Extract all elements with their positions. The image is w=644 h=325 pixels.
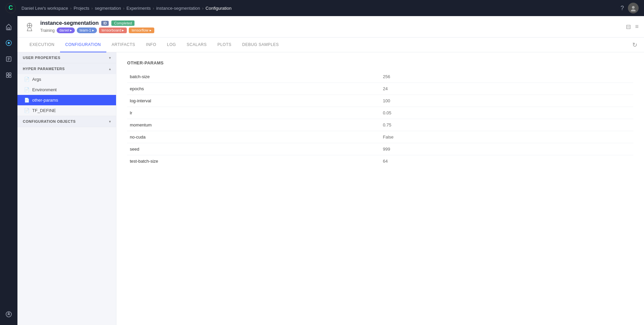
section-config-objects: CONFIGURATION OBJECTS ▾ <box>17 116 116 127</box>
config-objects-label: CONFIGURATION OBJECTS <box>23 119 76 123</box>
param-value: 0.75 <box>380 119 634 131</box>
tag-daniel[interactable]: daniel ▸ <box>57 28 75 33</box>
svg-rect-4 <box>8 28 10 30</box>
breadcrumb-segmentation[interactable]: segmentation <box>95 6 121 11</box>
param-key: lr <box>127 107 380 119</box>
panel-item-env-label: Environment <box>32 87 57 92</box>
file-icon-env: 📄 <box>24 87 30 92</box>
panel-item-other-label: other-params <box>32 98 58 103</box>
sidebar-experiments[interactable] <box>2 36 15 50</box>
svg-point-13 <box>8 313 9 314</box>
file-icon-other: 📄 <box>24 98 30 103</box>
user-properties-label: USER PROPERTIES <box>23 56 60 60</box>
left-panel: USER PROPERTIES ▾ HYPER PARAMETERS ▴ 📄 A… <box>17 52 116 325</box>
tab-plots[interactable]: PLOTS <box>212 38 237 52</box>
experiment-name: instance-segmentation <box>40 20 99 26</box>
tab-debug-samples[interactable]: DEBUG SAMPLES <box>237 38 284 52</box>
params-table: batch-size 256 epochs 24 log-interval 10… <box>127 71 633 167</box>
hyper-params-header[interactable]: HYPER PARAMETERS ▴ <box>17 63 116 74</box>
panel-item-environment[interactable]: 📄 Environment <box>17 85 116 95</box>
panel-item-tf-define[interactable]: 📄 TF_DEFINE <box>17 105 116 116</box>
split-view-icon[interactable]: ⊟ <box>626 23 631 31</box>
params-section-title: OTHER-PARAMS <box>127 60 633 65</box>
user-properties-chevron: ▾ <box>109 56 111 60</box>
tag-team1[interactable]: team-1 ▸ <box>77 28 97 33</box>
breadcrumb-workspace[interactable]: Daniel Lew's workspace <box>21 6 68 11</box>
badge-status: Completed <box>111 20 135 26</box>
user-properties-header[interactable]: USER PROPERTIES ▾ <box>17 52 116 63</box>
panel-item-args-label: Args <box>32 77 41 82</box>
breadcrumb-sep-4: › <box>153 6 154 11</box>
split-content: USER PROPERTIES ▾ HYPER PARAMETERS ▴ 📄 A… <box>17 52 644 325</box>
sidebar-models[interactable] <box>2 52 15 66</box>
param-key: seed <box>127 143 380 155</box>
app-logo[interactable]: C <box>5 3 16 13</box>
breadcrumb-sep-2: › <box>91 6 93 11</box>
breadcrumb-experiments[interactable]: Experiments <box>126 6 151 11</box>
file-icon-args: 📄 <box>24 77 30 82</box>
config-objects-header[interactable]: CONFIGURATION OBJECTS ▾ <box>17 116 116 127</box>
help-icon[interactable]: ? <box>621 5 624 12</box>
param-key: test-batch-size <box>127 155 380 167</box>
sidebar-home[interactable] <box>2 20 15 34</box>
svg-point-2 <box>632 6 635 9</box>
experiment-header-right: ⊟ ≡ <box>626 23 639 31</box>
table-row: momentum 0.75 <box>127 119 633 131</box>
tag-tensorboard[interactable]: tensorboard ▸ <box>99 28 127 33</box>
svg-point-6 <box>8 42 10 44</box>
param-key: batch-size <box>127 71 380 83</box>
panel-item-tf-label: TF_DEFINE <box>32 108 56 113</box>
svg-rect-9 <box>9 73 11 75</box>
table-row: epochs 24 <box>127 83 633 95</box>
breadcrumb: Daniel Lew's workspace › Projects › segm… <box>21 6 621 11</box>
user-avatar[interactable] <box>628 3 639 13</box>
tag-tensorflow[interactable]: tensorflow ▸ <box>129 28 154 33</box>
breadcrumb-instance-seg[interactable]: instance-segmentation <box>156 6 200 11</box>
panel-item-args[interactable]: 📄 Args <box>17 74 116 85</box>
tab-scalars[interactable]: SCALARS <box>181 38 212 52</box>
hyper-params-label: HYPER PARAMETERS <box>23 67 65 71</box>
section-hyper-params: HYPER PARAMETERS ▴ 📄 Args 📄 Environment … <box>17 63 116 116</box>
svg-point-3 <box>631 9 636 11</box>
experiment-type: Training <box>40 28 55 33</box>
breadcrumb-projects[interactable]: Projects <box>73 6 89 11</box>
param-key: log-interval <box>127 95 380 107</box>
tab-nav: EXECUTION CONFIGURATION ARTIFACTS INFO L… <box>17 38 644 52</box>
param-key: momentum <box>127 119 380 131</box>
hyper-params-chevron: ▴ <box>109 67 111 71</box>
tab-refresh-icon[interactable]: ↻ <box>632 41 637 49</box>
experiment-header: instance-segmentation ID Completed Train… <box>17 16 644 38</box>
panel-item-other-params[interactable]: 📄 other-params <box>17 95 116 105</box>
breadcrumb-sep-1: › <box>70 6 71 11</box>
section-user-properties: USER PROPERTIES ▾ <box>17 52 116 63</box>
experiment-title-row: instance-segmentation ID Completed <box>40 20 154 26</box>
param-value: False <box>380 131 634 143</box>
top-bar: C Daniel Lew's workspace › Projects › se… <box>0 0 644 16</box>
badge-id: ID <box>101 21 109 26</box>
sidebar-github[interactable] <box>2 308 15 321</box>
sidebar-dashboard[interactable] <box>2 68 15 82</box>
table-row: batch-size 256 <box>127 71 633 83</box>
param-key: epochs <box>127 83 380 95</box>
tab-artifacts[interactable]: ARTIFACTS <box>106 38 141 52</box>
param-value: 100 <box>380 95 634 107</box>
param-value: 256 <box>380 71 634 83</box>
tab-info[interactable]: INFO <box>141 38 162 52</box>
experiment-meta: Training daniel ▸ team-1 ▸ tensorboard ▸… <box>40 28 154 33</box>
svg-rect-10 <box>6 75 8 77</box>
param-value: 64 <box>380 155 634 167</box>
param-key: no-cuda <box>127 131 380 143</box>
experiment-title-block: instance-segmentation ID Completed Train… <box>40 20 154 33</box>
content-area: instance-segmentation ID Completed Train… <box>17 16 644 325</box>
icon-sidebar <box>0 16 17 325</box>
breadcrumb-sep-5: › <box>202 6 204 11</box>
experiment-header-left: instance-segmentation ID Completed Train… <box>23 20 154 34</box>
more-options-icon[interactable]: ≡ <box>635 23 639 30</box>
main-layout: instance-segmentation ID Completed Train… <box>0 16 644 325</box>
file-icon-tf: 📄 <box>24 108 30 113</box>
experiment-type-icon <box>23 20 36 34</box>
table-row: no-cuda False <box>127 131 633 143</box>
tab-log[interactable]: LOG <box>162 38 181 52</box>
tab-execution[interactable]: EXECUTION <box>24 38 60 52</box>
tab-configuration[interactable]: CONFIGURATION <box>60 38 106 52</box>
